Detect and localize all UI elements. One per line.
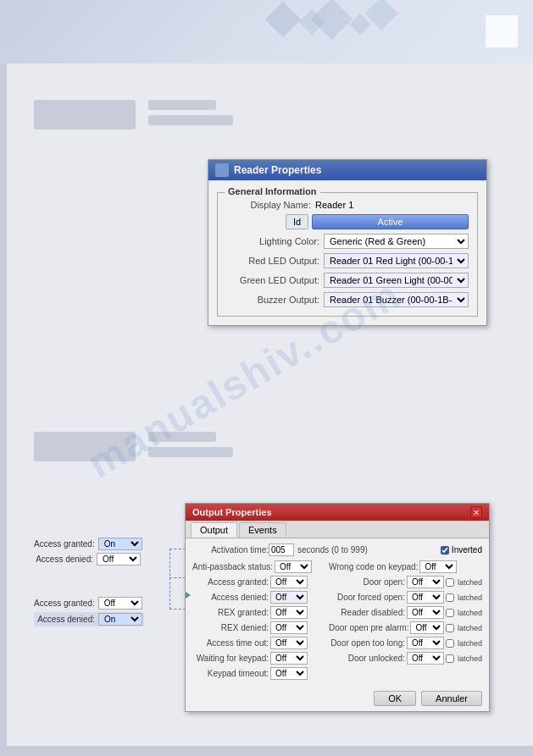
gray-block-5 — [148, 432, 216, 442]
access-denied-label-2: Access denied: — [36, 615, 95, 624]
red-led-select[interactable]: Reader 01 Red Light (00-00-1B-25) — [324, 253, 469, 268]
access-granted-out-row: Access granted: Off — [192, 576, 324, 588]
green-led-row: Green LED Output: Reader 01 Green Light … — [226, 273, 469, 288]
door-open-row: Door open: Off latched — [329, 576, 482, 588]
access-granted-select-2[interactable]: Off — [98, 597, 142, 610]
door-open-pre-latched-checkbox[interactable] — [446, 624, 454, 632]
antipassback-select[interactable]: Off — [275, 560, 312, 573]
access-denied-out-select[interactable]: Off — [270, 591, 308, 604]
bg-top — [0, 0, 533, 63]
connector-v-1 — [169, 549, 170, 610]
gray-block-4 — [34, 432, 136, 461]
door-open-select[interactable]: Off — [407, 576, 444, 588]
green-led-label: Green LED Output: — [226, 275, 319, 285]
rex-denied-label: REX denied: — [192, 623, 269, 632]
reader-dialog-title: Reader Properties — [234, 164, 321, 176]
access-denied-out-label: Access denied: — [192, 593, 269, 602]
access-denied-row-2: Access denied: On — [34, 612, 144, 626]
tab-events[interactable]: Events — [239, 522, 286, 538]
door-open-pre-label: Door open pre alarm: — [329, 623, 409, 632]
gray-block-6 — [148, 447, 233, 457]
door-forced-select[interactable]: Off — [407, 591, 444, 604]
access-denied-select-1[interactable]: Off — [97, 553, 141, 566]
access-granted-label-1: Access granted: — [34, 539, 95, 549]
activation-input[interactable] — [269, 544, 294, 556]
door-unlocked-row: Door unlocked: Off latched — [329, 652, 482, 665]
access-timeout-select[interactable]: Off — [270, 637, 308, 649]
door-forced-latched-checkbox[interactable] — [446, 593, 454, 602]
reader-dialog-body: General Information Display Name: Reader… — [208, 180, 486, 325]
active-button[interactable]: Active — [312, 214, 469, 229]
tab-output[interactable]: Output — [191, 522, 237, 538]
antipassback-row: Anti-passback status: Off — [192, 560, 324, 573]
door-unlocked-select[interactable]: Off — [407, 652, 444, 665]
buzzer-select[interactable]: Reader 01 Buzzer (00-00-1B-25) — [324, 292, 469, 307]
door-open-latched-label: latched — [458, 578, 482, 587]
rex-granted-select[interactable]: Off — [270, 606, 308, 619]
access-box-1: Access granted: On Access denied: Off — [34, 538, 142, 568]
inverted-row: Inverted — [441, 545, 482, 555]
diamond3 — [311, 0, 353, 40]
access-denied-label-1: Access denied: — [34, 555, 93, 564]
green-led-select[interactable]: Reader 01 Green Light (00-00-1B-25) — [324, 273, 469, 288]
access-granted-out-label: Access granted: — [192, 577, 269, 587]
gray-block-3 — [148, 115, 233, 125]
output-body: Activation time: seconds (0 to 999) Inve… — [186, 538, 489, 687]
door-open-too-long-select[interactable]: Off — [407, 637, 444, 649]
door-open-pre-row: Door open pre alarm: Off latched — [329, 621, 482, 634]
display-name-label: Display Name: — [226, 200, 311, 210]
left-sidebar — [0, 63, 7, 746]
door-open-too-long-label: Door open too long: — [329, 638, 405, 648]
reader-disabled-label: Reader disabled: — [329, 608, 405, 617]
ok-button[interactable]: OK — [374, 691, 416, 706]
output-left-col: Anti-passback status: Off Access granted… — [192, 560, 324, 682]
wrong-code-row: Wrong code on keypad: Off — [329, 560, 482, 573]
access-granted-select-1[interactable]: On — [98, 538, 142, 550]
activation-label: Activation time: — [192, 545, 269, 555]
reader-disabled-select[interactable]: Off — [407, 606, 444, 619]
antipassback-label: Anti-passback status: — [192, 562, 273, 571]
output-properties-dialog: Output Properties ✕ Output Events Activa… — [185, 503, 490, 712]
door-unlocked-latched-checkbox[interactable] — [446, 654, 454, 663]
door-forced-latched-label: latched — [458, 593, 482, 602]
display-name-value: Reader 1 — [315, 200, 469, 210]
id-button[interactable]: Id — [286, 214, 308, 229]
access-granted-row-1: Access granted: On — [34, 538, 142, 550]
door-open-pre-select[interactable]: Off — [410, 621, 444, 634]
cancel-button[interactable]: Annuler — [421, 691, 482, 706]
inverted-label: Inverted — [452, 545, 482, 555]
output-right-col: Wrong code on keypad: Off Door open: Off… — [329, 560, 482, 682]
tab-bar: Output Events — [186, 521, 489, 538]
lighting-color-row: Lighting Color: Generic (Red & Green) — [226, 234, 469, 249]
door-open-latched-checkbox[interactable] — [446, 578, 454, 587]
wrong-code-select[interactable]: Off — [419, 560, 457, 573]
door-unlocked-latched-label: latched — [458, 654, 482, 663]
close-button[interactable]: ✕ — [470, 506, 482, 518]
door-open-too-long-latched-checkbox[interactable] — [446, 639, 454, 648]
output-dialog-title: Output Properties — [192, 507, 272, 517]
wrong-code-label: Wrong code on keypad: — [329, 562, 418, 571]
red-led-select-wrap: Reader 01 Red Light (00-00-1B-25) — [324, 253, 469, 268]
waiting-keypad-select[interactable]: Off — [270, 652, 308, 665]
diamond1 — [265, 2, 301, 37]
rex-denied-select[interactable]: Off — [270, 621, 308, 634]
access-denied-arrow — [186, 592, 191, 599]
gray-block-1 — [34, 100, 136, 130]
waiting-keypad-label: Waiting for keypad: — [192, 654, 269, 663]
general-info-group: General Information Display Name: Reader… — [217, 192, 478, 317]
rex-granted-label: REX granted: — [192, 608, 269, 617]
buzzer-select-wrap: Reader 01 Buzzer (00-00-1B-25) — [324, 292, 469, 307]
access-granted-out-select[interactable]: Off — [270, 576, 308, 588]
inverted-checkbox[interactable] — [441, 546, 449, 555]
keypad-timeout-select[interactable]: Off — [270, 667, 308, 680]
door-open-pre-latched-label: latched — [458, 624, 482, 632]
door-open-too-long-latched-label: latched — [458, 639, 482, 648]
reader-disabled-latched-label: latched — [458, 609, 482, 617]
lighting-color-label: Lighting Color: — [226, 236, 319, 246]
access-denied-select-2[interactable]: On — [98, 613, 142, 626]
reader-disabled-latched-checkbox[interactable] — [446, 609, 454, 617]
lighting-color-select[interactable]: Generic (Red & Green) — [324, 234, 469, 249]
door-unlocked-label: Door unlocked: — [329, 654, 405, 663]
access-granted-label-2: Access granted: — [34, 599, 95, 608]
gray-block-2 — [148, 100, 216, 110]
